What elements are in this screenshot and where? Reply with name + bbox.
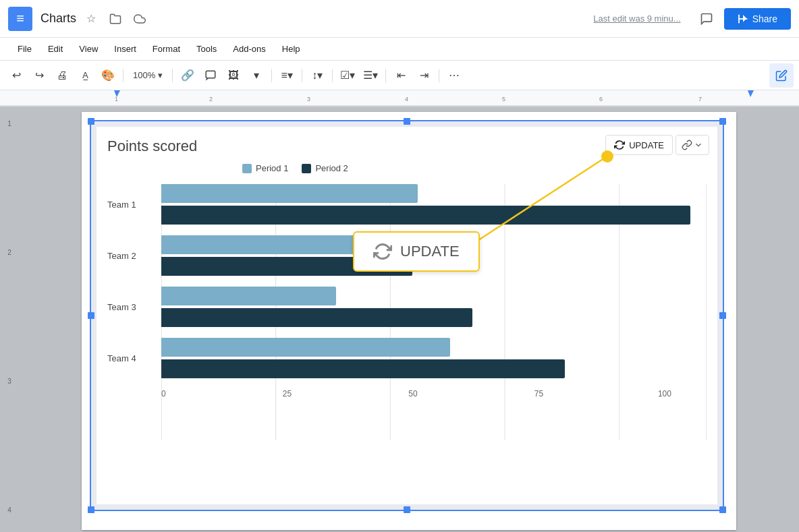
sel-handle-br[interactable] <box>719 506 726 513</box>
team-3-bar-period2 <box>161 308 472 327</box>
svg-text:1: 1 <box>115 96 118 102</box>
sel-handle-tm[interactable] <box>404 118 410 125</box>
chart-inner: UPDATE Points scored Period 1 <box>97 127 717 504</box>
team-1-bar-period2 <box>161 206 690 225</box>
update-label-small: UPDATE <box>629 140 664 150</box>
share-button[interactable]: Share <box>724 8 791 30</box>
legend-color-period2 <box>302 164 311 173</box>
svg-text:6: 6 <box>599 96 603 102</box>
image-options-button[interactable]: ▾ <box>246 65 267 86</box>
toolbar-divider-2 <box>172 69 173 82</box>
image-button[interactable]: 🖼 <box>223 65 244 86</box>
menu-tools[interactable]: Tools <box>190 41 223 57</box>
sel-handle-bl[interactable] <box>88 506 94 513</box>
margin-num-3: 3 <box>7 378 11 385</box>
decrease-indent-button[interactable]: ⇤ <box>390 65 412 86</box>
x-label-50: 50 <box>408 389 417 398</box>
team-4-bar-period1 <box>161 338 450 357</box>
list-button[interactable]: ☰▾ <box>360 65 381 86</box>
team-4-label: Team 4 <box>107 353 136 363</box>
comment-button[interactable] <box>200 65 221 86</box>
toolbar-divider-4 <box>302 69 302 82</box>
edit-mode-button[interactable] <box>769 63 794 88</box>
x-label-100: 100 <box>658 389 671 398</box>
redo-button[interactable]: ↪ <box>28 65 50 86</box>
menu-insert[interactable]: Insert <box>107 41 143 57</box>
menu-help[interactable]: Help <box>275 41 307 57</box>
update-button-small[interactable]: UPDATE <box>605 135 673 155</box>
team-1-label: Team 1 <box>107 200 136 210</box>
team-3-bar-period1 <box>161 287 336 305</box>
link-button[interactable]: 🔗 <box>177 65 198 86</box>
toolbar-right <box>769 63 794 88</box>
move-to-folder-button[interactable] <box>106 9 125 28</box>
docs-icon: ≡ <box>8 7 32 31</box>
menu-edit[interactable]: Edit <box>41 41 70 57</box>
comments-button[interactable] <box>694 7 719 31</box>
checklist-button[interactable]: ☑▾ <box>337 65 358 86</box>
print-button[interactable]: 🖨 <box>51 65 73 86</box>
team-1-bar-period1 <box>161 184 418 203</box>
svg-marker-12 <box>748 90 754 97</box>
margin-num-1: 1 <box>7 120 11 127</box>
sel-handle-mr[interactable] <box>719 312 726 319</box>
undo-button[interactable]: ↩ <box>5 65 27 86</box>
star-button[interactable]: ☆ <box>82 9 101 28</box>
toolbar: ↩ ↪ 🖨 A̲ 🎨 100% ▾ 🔗 🖼 ▾ ≡▾ ↕▾ ☑▾ ☰▾ ⇤ ⇥ … <box>0 61 799 90</box>
team-2-label: Team 2 <box>107 251 136 261</box>
toolbar-divider-5 <box>332 69 333 82</box>
team-1-group: Team 1 <box>161 184 707 225</box>
margin-num-4: 4 <box>7 506 11 514</box>
team-4-bar-period2 <box>161 359 565 378</box>
menu-file[interactable]: File <box>11 41 38 57</box>
menu-addons[interactable]: Add-ons <box>226 41 272 57</box>
sel-handle-tr[interactable] <box>719 118 726 125</box>
svg-text:5: 5 <box>502 96 505 102</box>
last-edit-text[interactable]: Last edit was 9 minu... <box>593 13 680 24</box>
menu-format[interactable]: Format <box>146 41 187 57</box>
x-label-0: 0 <box>161 389 166 398</box>
toolbar-divider-7 <box>439 69 439 82</box>
bar-chart-area: Team 1 Team 2 <box>107 184 707 405</box>
chart-toolbar: UPDATE <box>605 135 709 155</box>
zoom-selector[interactable]: 100% ▾ <box>128 65 168 86</box>
sel-handle-ml[interactable] <box>88 312 94 319</box>
legend-period2: Period 2 <box>302 163 348 173</box>
increase-indent-button[interactable]: ⇥ <box>413 65 435 86</box>
link-chart-button[interactable] <box>676 135 709 155</box>
sel-handle-bm[interactable] <box>404 506 410 513</box>
document-title: Charts <box>40 11 76 26</box>
team-4-group: Team 4 <box>161 338 707 378</box>
paint-format-button[interactable]: 🎨 <box>97 65 119 86</box>
menu-view[interactable]: View <box>72 41 105 57</box>
svg-rect-2 <box>206 71 216 78</box>
margin-num-2: 2 <box>7 249 11 256</box>
spell-check-button[interactable]: A̲ <box>74 65 96 86</box>
team-3-group: Team 3 <box>161 287 707 327</box>
left-margin: 1 2 3 4 <box>0 107 19 532</box>
toolbar-divider-6 <box>385 69 386 82</box>
toolbar-divider-3 <box>271 69 272 82</box>
update-callout[interactable]: UPDATE <box>353 231 480 272</box>
team-3-label: Team 3 <box>107 302 136 312</box>
svg-text:7: 7 <box>698 96 702 102</box>
x-label-25: 25 <box>283 389 292 398</box>
chart-container[interactable]: UPDATE Points scored Period 1 <box>90 120 724 511</box>
svg-text:2: 2 <box>209 96 213 102</box>
line-spacing-button[interactable]: ↕▾ <box>306 65 328 86</box>
align-button[interactable]: ≡▾ <box>276 65 298 86</box>
page-area: UPDATE Points scored Period 1 <box>19 107 799 532</box>
cloud-status-button[interactable] <box>130 9 149 28</box>
title-bar: ≡ Charts ☆ Last edit was 9 minu... Share <box>0 0 799 38</box>
legend-color-period1 <box>242 164 252 173</box>
share-label: Share <box>752 13 777 24</box>
more-options-button[interactable]: ⋯ <box>443 65 465 86</box>
svg-text:3: 3 <box>307 96 310 102</box>
chart-legend: Period 1 Period 2 <box>242 163 707 173</box>
main-area: 1 2 3 4 <box>0 107 799 532</box>
refresh-icon-large <box>373 242 392 261</box>
bars-container: Team 1 Team 2 <box>107 184 707 378</box>
document-page: UPDATE Points scored Period 1 <box>82 112 736 530</box>
sel-handle-tl[interactable] <box>88 118 94 125</box>
x-label-75: 75 <box>534 389 543 398</box>
